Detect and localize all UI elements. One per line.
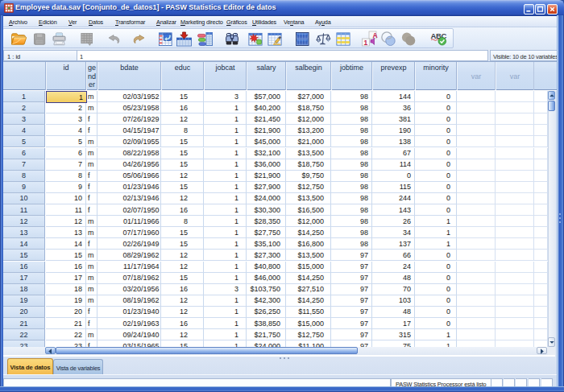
svg-text:1: 1 [364,39,368,47]
svg-text:A: A [373,31,378,39]
